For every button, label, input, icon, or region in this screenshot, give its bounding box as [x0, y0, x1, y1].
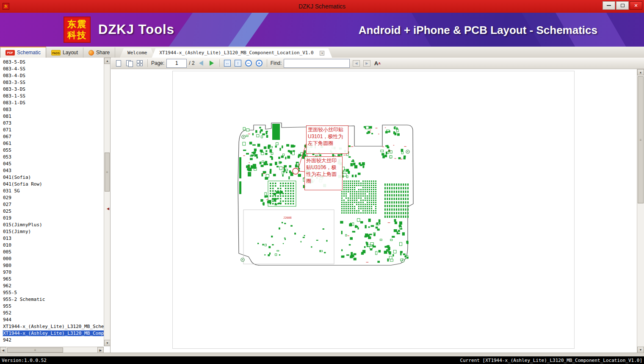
facing-pages-view-icon[interactable]: [125, 59, 133, 67]
sidebar-item[interactable]: 083-4-SS: [0, 66, 104, 72]
sidebar-vertical-scrollbar[interactable]: [104, 58, 110, 346]
app-name: DZKJ Tools: [98, 22, 174, 37]
sidebar-item[interactable]: 081: [0, 113, 104, 120]
previous-page-icon[interactable]: [197, 59, 205, 67]
font-size-icon[interactable]: [373, 59, 381, 67]
sidebar-item[interactable]: 083-5-DS: [0, 59, 104, 66]
tab-label: Layout: [63, 50, 78, 56]
sidebar-item[interactable]: 010: [0, 242, 104, 249]
version-text: Version:1.0.0.52: [2, 358, 47, 363]
sidebar-item[interactable]: 083-3-SS: [0, 79, 104, 86]
sidebar-item[interactable]: 041(Sofia Row): [0, 181, 104, 188]
sidebar-item[interactable]: 944: [0, 317, 104, 323]
toolbar: Page: / 2 Find:: [111, 58, 644, 69]
toolbar-separator: [219, 59, 220, 67]
next-page-icon[interactable]: [207, 59, 216, 67]
logo-text: 东震: [64, 19, 90, 30]
sidebar-item[interactable]: 083-1-SS: [0, 93, 104, 100]
sidebar-horizontal-scrollbar[interactable]: [0, 347, 104, 353]
sidebar-item[interactable]: 952: [0, 310, 104, 317]
tab-schematic[interactable]: PDF Schematic: [0, 47, 46, 58]
sidebar-item[interactable]: 942: [0, 337, 104, 344]
tab-layout[interactable]: PADS Layout: [46, 47, 83, 58]
annotation-box: 里面较小丝印贴U3101，极性为左下角圆圈: [306, 125, 348, 154]
zoom-in-icon[interactable]: [255, 59, 263, 67]
sidebar-item[interactable]: 955-2 Schematic: [0, 296, 104, 303]
bottom-scroll-strip[interactable]: [0, 353, 644, 356]
sidebar-item[interactable]: 962: [0, 283, 104, 289]
sidebar-item[interactable]: 955-5: [0, 289, 104, 296]
sidebar-item[interactable]: 019: [0, 215, 104, 222]
sidebar-item[interactable]: 005: [0, 249, 104, 256]
sidebar-item[interactable]: 980: [0, 262, 104, 269]
pdf-icon: PDF: [6, 50, 15, 56]
sidebar-item[interactable]: 970: [0, 269, 104, 276]
toolbar-separator: [147, 59, 148, 67]
sidebar-item[interactable]: 029: [0, 195, 104, 201]
sidebar-item[interactable]: 067: [0, 133, 104, 140]
sidebar-item[interactable]: 083-1-DS: [0, 100, 104, 106]
tab-close-icon[interactable]: ✕: [320, 51, 324, 56]
maximize-icon: [621, 4, 625, 7]
sidebar-item[interactable]: 083: [0, 106, 104, 113]
sidebar: 083-5-DS083-4-SS083-4-DS083-3-SS083-3-DS…: [0, 58, 111, 353]
sidebar-item[interactable]: 055: [0, 147, 104, 154]
find-previous-icon[interactable]: [352, 59, 360, 67]
doc-tab-current[interactable]: XT1944-x_(Ashley_Lite)_L3120_MB_Componen…: [152, 48, 332, 58]
scrollbar-thumb[interactable]: [638, 76, 644, 203]
status-bar: Version:1.0.0.52 Current [XT1944-x_(Ashl…: [0, 356, 644, 364]
main-vertical-scrollbar[interactable]: [637, 69, 644, 353]
sidebar-item[interactable]: 015(Jimny): [0, 228, 104, 235]
sidebar-item[interactable]: 000: [0, 256, 104, 262]
sidebar-item[interactable]: 041(Sofia): [0, 174, 104, 181]
window-title: DZKJ Schematics: [0, 0, 644, 13]
sidebar-item[interactable]: 027: [0, 201, 104, 208]
doc-tab-welcome[interactable]: Welcome: [120, 48, 155, 58]
doc-tab-label: XT1944-x_(Ashley_Lite)_L3120_MB_Componen…: [159, 50, 313, 56]
maximize-button[interactable]: [616, 1, 629, 10]
close-button[interactable]: ✕: [630, 1, 642, 10]
page-number-input[interactable]: [166, 59, 187, 68]
sidebar-item[interactable]: 031 5G: [0, 188, 104, 195]
sidebar-item[interactable]: 061: [0, 140, 104, 147]
scrollbar-thumb[interactable]: [105, 153, 110, 192]
sidebar-item[interactable]: 073: [0, 120, 104, 127]
single-page-view-icon[interactable]: [114, 59, 123, 67]
tab-bar: PDF Schematic PADS Layout Share Welcome …: [0, 47, 644, 58]
sidebar-item[interactable]: 043: [0, 167, 104, 174]
annotation-box: 外面较大丝印贴U3106，极性为右上角圆圈: [304, 156, 343, 190]
minimize-icon: [607, 5, 611, 6]
sidebar-item[interactable]: XT1944-x_(Ashley_Lite)_L3120_MB_Schema: [0, 323, 104, 330]
fit-page-icon[interactable]: [234, 59, 242, 67]
tab-share[interactable]: Share: [83, 47, 115, 58]
sidebar-item[interactable]: 083-3-DS: [0, 86, 104, 93]
sidebar-item[interactable]: 045: [0, 161, 104, 167]
sidebar-item[interactable]: 083-4-DS: [0, 72, 104, 79]
sidebar-item[interactable]: 015(JimnyPlus): [0, 222, 104, 228]
find-input[interactable]: [284, 59, 350, 68]
sidebar-item[interactable]: XT1944-x_(Ashley_Lite)_L3120_MB_Compon: [0, 330, 104, 337]
find-next-icon[interactable]: [362, 59, 371, 67]
document-tabs: Welcome XT1944-x_(Ashley_Lite)_L3120_MB_…: [123, 47, 332, 58]
banner-tagline: Android + iPhone & PCB Layout - Schemati…: [359, 24, 597, 37]
toolbar-separator: [267, 59, 267, 67]
scroll-down-icon[interactable]: [637, 347, 644, 353]
sidebar-item[interactable]: 013: [0, 235, 104, 242]
scrollbar-thumb[interactable]: [7, 347, 63, 353]
scroll-down-icon[interactable]: [104, 340, 111, 346]
multi-page-view-icon[interactable]: [135, 59, 144, 67]
doc-tab-label: Welcome: [127, 50, 147, 56]
sidebar-item[interactable]: 955: [0, 303, 104, 310]
zoom-out-icon[interactable]: [244, 59, 253, 67]
fit-width-icon[interactable]: [223, 59, 232, 67]
sidebar-item[interactable]: 025: [0, 208, 104, 215]
page-total: / 2: [189, 60, 194, 66]
minimize-button[interactable]: [603, 1, 615, 10]
sidebar-item[interactable]: 053: [0, 154, 104, 161]
dzkj-logo: 东震 科技: [64, 17, 91, 43]
sidebar-item[interactable]: 965: [0, 276, 104, 283]
splitter-collapse-icon[interactable]: [107, 206, 111, 211]
scroll-up-icon[interactable]: [104, 58, 111, 64]
scroll-up-icon[interactable]: [637, 69, 644, 75]
sidebar-item[interactable]: 071: [0, 127, 104, 133]
